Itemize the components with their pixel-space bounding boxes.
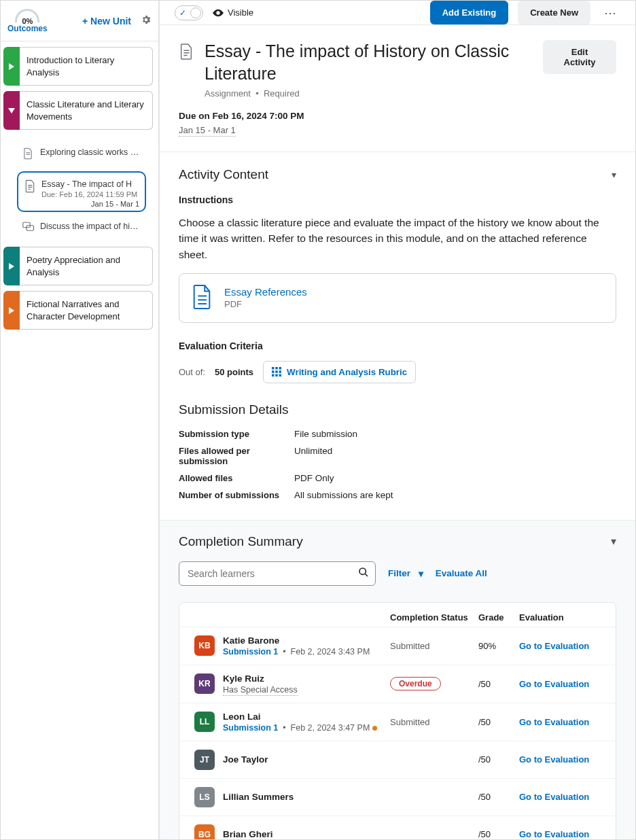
- main-pane: ✓ Visible Add Existing Create New ⋯ Essa…: [159, 1, 635, 839]
- svg-rect-5: [272, 371, 275, 374]
- avatar: LS: [194, 787, 215, 807]
- completion-summary-heading: Completion Summary: [179, 534, 303, 549]
- attachment-type: PDF: [224, 299, 307, 309]
- submission-link[interactable]: Submission 1: [223, 723, 278, 733]
- svg-rect-3: [275, 367, 278, 370]
- unit-expand-toggle[interactable]: [3, 91, 20, 130]
- grade: 90%: [478, 641, 519, 651]
- avatar: LL: [194, 712, 215, 732]
- detail-value: Unlimited: [294, 446, 332, 466]
- filter-button[interactable]: Filter ▾: [388, 568, 423, 579]
- svg-rect-10: [279, 374, 282, 377]
- learner-name: Kyle Ruiz: [223, 673, 298, 684]
- rubric-icon: [272, 367, 281, 377]
- unit-card[interactable]: Classic Literature and Literary Movement…: [20, 91, 153, 130]
- go-to-evaluation-link[interactable]: Go to Evaluation: [519, 641, 589, 651]
- unit-card[interactable]: Introduction to Literary Analysis: [20, 47, 153, 86]
- evaluate-all-button[interactable]: Evaluate All: [436, 568, 487, 578]
- svg-rect-2: [272, 367, 275, 370]
- rubric-button[interactable]: Writing and Analysis Rubric: [263, 361, 416, 383]
- detail-key: Files allowed per submission: [179, 446, 294, 466]
- attachment-card[interactable]: Essay References PDF: [179, 273, 616, 323]
- overdue-pill: Overdue: [390, 677, 441, 690]
- unit-expand-toggle[interactable]: [3, 47, 20, 86]
- chevron-down-icon[interactable]: ▾: [612, 169, 616, 180]
- special-access[interactable]: Has Special Access: [223, 685, 298, 696]
- page-title: Essay - The impact of History on Classic…: [205, 40, 532, 84]
- go-to-evaluation-link[interactable]: Go to Evaluation: [519, 829, 589, 839]
- svg-point-11: [359, 568, 366, 574]
- add-existing-button[interactable]: Add Existing: [430, 1, 508, 24]
- go-to-evaluation-link[interactable]: Go to Evaluation: [519, 679, 589, 689]
- visibility-toggle[interactable]: ✓: [175, 5, 203, 20]
- svg-rect-4: [279, 367, 282, 370]
- detail-value: PDF Only: [294, 473, 334, 483]
- go-to-evaluation-link[interactable]: Go to Evaluation: [519, 717, 589, 727]
- search-input[interactable]: [179, 561, 376, 586]
- page-icon: [22, 147, 35, 162]
- grade: /50: [478, 792, 519, 802]
- grade: /50: [478, 717, 519, 727]
- activity-content-heading: Activity Content: [179, 167, 268, 182]
- avatar: JT: [194, 750, 215, 770]
- completion-summary: Completion Summary ▾ Filter ▾ Evaluate A…: [160, 520, 635, 840]
- unit-card[interactable]: Fictional Narratives and Character Devel…: [20, 291, 153, 330]
- table-row: JT Joe Taylor /50 Go to Evaluation: [179, 741, 616, 778]
- svg-rect-7: [279, 371, 282, 374]
- discussion-icon: [22, 222, 35, 234]
- sidebar-item[interactable]: Discuss the impact of historical context…: [17, 215, 146, 241]
- col-status: Completion Status: [390, 612, 478, 623]
- grade: /50: [478, 829, 519, 839]
- detail-value: File submission: [294, 429, 357, 439]
- avatar: KB: [194, 635, 215, 656]
- unit-expand-toggle[interactable]: [3, 291, 20, 330]
- sidebar-item[interactable]: Exploring classic works from different p: [17, 141, 146, 169]
- unit-card[interactable]: Poetry Appreciation and Analysis: [20, 247, 153, 285]
- sidebar-item[interactable]: Essay - The impact of HDue: Feb 16, 2024…: [17, 171, 146, 212]
- avatar: KR: [194, 673, 215, 694]
- out-of-value: 50 points: [215, 367, 253, 377]
- gear-icon[interactable]: [141, 14, 152, 28]
- edit-activity-button[interactable]: Edit Activity: [543, 40, 616, 74]
- outcomes-meter[interactable]: 0% Outcomes: [7, 9, 48, 33]
- go-to-evaluation-link[interactable]: Go to Evaluation: [519, 792, 589, 802]
- document-icon: [179, 43, 194, 63]
- svg-rect-8: [272, 374, 275, 377]
- outcomes-label: Outcomes: [7, 24, 48, 33]
- instructions-label: Instructions: [179, 194, 616, 205]
- table-row: LS Lillian Summers /50 Go to Evaluation: [179, 778, 616, 816]
- detail-key: Allowed files: [179, 473, 294, 483]
- create-new-button[interactable]: Create New: [518, 1, 590, 24]
- svg-rect-6: [275, 371, 278, 374]
- chevron-down-icon[interactable]: ▾: [611, 535, 616, 548]
- svg-rect-9: [275, 374, 278, 377]
- new-unit-button[interactable]: + New Unit: [78, 15, 135, 27]
- search-learners: [179, 561, 376, 586]
- go-to-evaluation-link[interactable]: Go to Evaluation: [519, 754, 589, 765]
- table-row: BG Brian Gheri /50 Go to Evaluation: [179, 816, 616, 840]
- more-menu-icon[interactable]: ⋯: [600, 5, 620, 20]
- unit-expand-toggle[interactable]: [3, 247, 20, 285]
- due-line: Due on Feb 16, 2024 7:00 PM: [179, 111, 616, 121]
- learners-table: Completion Status Grade Evaluation KB Ka…: [179, 602, 616, 840]
- date-range[interactable]: Jan 15 - Mar 1: [179, 125, 236, 137]
- detail-key: Number of submissions: [179, 490, 294, 500]
- learner-name: Lillian Summers: [223, 792, 294, 802]
- learner-name: Brian Gheri: [223, 829, 273, 839]
- eye-icon: [213, 9, 224, 17]
- attachment-name: Essay References: [224, 286, 307, 298]
- grade: /50: [478, 679, 519, 689]
- submission-link[interactable]: Submission 1: [223, 647, 278, 657]
- search-icon[interactable]: [358, 567, 369, 580]
- file-icon: [190, 283, 213, 313]
- learner-name: Katie Barone: [223, 635, 370, 646]
- activity-sub: Assignment • Required: [205, 88, 532, 99]
- completion-status: Submitted: [390, 717, 478, 727]
- assignment-icon: [24, 179, 36, 198]
- submission-details-heading: Submission Details: [179, 402, 616, 417]
- out-of-label: Out of:: [179, 367, 205, 377]
- sidebar: 0% Outcomes + New Unit Introduction to L…: [1, 1, 159, 839]
- table-row: KR Kyle RuizHas Special Access Overdue /…: [179, 665, 616, 703]
- completion-status: Overdue: [390, 677, 478, 690]
- col-grade: Grade: [478, 612, 519, 623]
